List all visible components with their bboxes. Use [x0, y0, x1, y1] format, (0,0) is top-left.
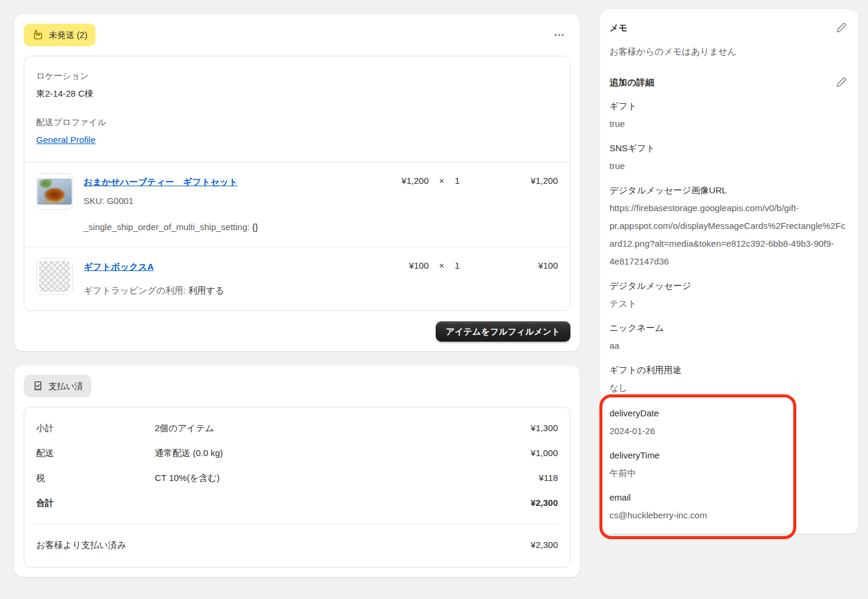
notes-header: メモ [609, 19, 849, 37]
main-column: 未発送 (2) ロケーション 東2-14-28 C棟 配送プロファイル [14, 14, 580, 577]
subtotal-row: 小計 2個のアイテム ¥1,300 [24, 416, 570, 441]
pencil-icon [835, 76, 848, 89]
shipping-profile-block: 配送プロファイル General Profile [36, 113, 558, 149]
paid-badge: 支払い済 [24, 375, 91, 397]
line-item-pricing: ¥100 × 1 ¥100 [362, 258, 558, 300]
pencil-icon [835, 21, 848, 34]
fulfillment-card: 未発送 (2) ロケーション 東2-14-28 C棟 配送プロファイル [14, 14, 580, 351]
product-thumbnail-placeholder [36, 258, 73, 295]
totals-divider [36, 524, 558, 524]
shipping-row: 配送 通常配送 (0.0 kg) ¥1,000 [24, 441, 570, 466]
unit-price: ¥100 [362, 260, 429, 270]
shipping-profile-label: 配送プロファイル [36, 113, 558, 131]
more-actions-button[interactable] [548, 25, 570, 45]
paid-badge-label: 支払い済 [49, 381, 83, 392]
quantity: 1 [455, 260, 469, 270]
total-row: 合計 ¥2,300 [24, 490, 570, 515]
herb-tea-photo [37, 179, 72, 205]
line-item-row: おまかせハーブティー ギフトセット SKU: G0001 _single_shi… [24, 163, 570, 247]
line-item-property: _single_ship_order_of_multi_ship_setting… [84, 218, 352, 236]
detail-field-delivery-time: deliveryTime 午前中 [609, 447, 849, 482]
unfulfilled-package-icon [32, 29, 44, 41]
line-item-pricing: ¥1,200 × 1 ¥1,200 [362, 173, 558, 236]
tax-row: 税 CT 10%(を含む) ¥118 [24, 466, 570, 490]
edit-notes-button[interactable] [834, 20, 849, 36]
detail-field: デジタルメッセージ テスト [609, 277, 849, 313]
payment-summary-box: 小計 2個のアイテム ¥1,300 配送 通常配送 (0.0 kg) ¥1,00… [24, 407, 570, 568]
unfulfilled-badge: 未発送 (2) [24, 24, 95, 46]
shipping-profile-link[interactable]: General Profile [36, 135, 95, 145]
detail-field: ギフトの利用用途 なし [609, 361, 849, 397]
detail-field-delivery-date: deliveryDate 2024-01-26 [609, 404, 849, 440]
multiply-sign: × [429, 260, 455, 270]
fulfill-items-button[interactable]: アイテムをフルフィルメント [436, 321, 570, 342]
additional-details-title: 追加の詳細 [609, 74, 654, 91]
notes-empty-text: お客様からのメモはありません [609, 43, 849, 60]
product-thumbnail-herb-tea [36, 173, 73, 210]
product-sku: SKU: G0001 [84, 192, 352, 210]
highlighted-details-group: deliveryDate 2024-01-26 deliveryTime 午前中… [609, 404, 849, 524]
horizontal-dots-icon [553, 28, 566, 42]
line-item-row: ギフトボックスA ギフトラッピングの利用: 利用する ¥100 × 1 ¥100 [24, 247, 570, 310]
product-title-link[interactable]: ギフトボックスA [84, 262, 154, 272]
fulfillment-items-box: ロケーション 東2-14-28 C棟 配送プロファイル General Prof… [24, 56, 570, 311]
location-section: ロケーション 東2-14-28 C棟 配送プロファイル General Prof… [24, 56, 570, 162]
quantity: 1 [455, 176, 469, 186]
multiply-sign: × [429, 176, 455, 186]
receipt-check-icon [32, 380, 44, 392]
checker-placeholder-image [39, 261, 70, 292]
order-sidebar: メモ お客様からのメモはありません 追加の詳細 ギフト true SNSギフト … [600, 9, 859, 534]
detail-field: SNSギフト true [609, 139, 849, 175]
unfulfilled-badge-label: 未発送 (2) [49, 30, 87, 41]
line-total: ¥1,200 [469, 176, 558, 186]
paid-by-customer-row: お客様より支払い済み ¥2,300 [24, 530, 570, 561]
line-total: ¥100 [469, 260, 558, 270]
notes-title: メモ [609, 19, 628, 37]
detail-field: ニックネーム aa [609, 319, 849, 355]
order-detail-page: 未発送 (2) ロケーション 東2-14-28 C棟 配送プロファイル [0, 0, 868, 588]
location-label: ロケーション [36, 67, 558, 85]
product-title-link[interactable]: おまかせハーブティー ギフトセット [84, 177, 238, 187]
fulfillment-card-header: 未発送 (2) [24, 24, 570, 46]
additional-details-header: 追加の詳細 [609, 74, 849, 91]
detail-field: デジタルメッセージ画像URL https://firebasestorage.g… [609, 181, 849, 270]
payment-card: 支払い済 小計 2個のアイテム ¥1,300 配送 通常配送 (0.0 kg) … [14, 365, 580, 577]
detail-field: ギフト true [609, 97, 849, 133]
payment-card-header: 支払い済 [24, 375, 570, 397]
line-item-property: ギフトラッピングの利用: 利用する [84, 282, 352, 300]
detail-field-email: email cs@huckleberry-inc.com [609, 489, 849, 524]
location-value: 東2-14-28 C棟 [36, 85, 558, 103]
unit-price: ¥1,200 [362, 176, 429, 186]
edit-details-button[interactable] [834, 75, 849, 90]
